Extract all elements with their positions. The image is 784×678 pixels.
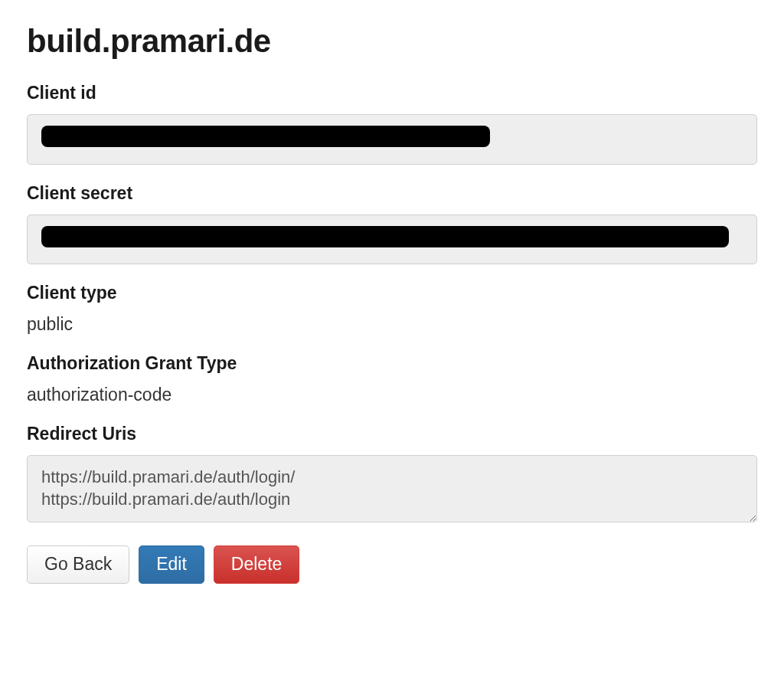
- button-row: Go Back Edit Delete: [27, 545, 757, 584]
- page-title: build.pramari.de: [27, 23, 757, 60]
- go-back-button[interactable]: Go Back: [27, 545, 129, 584]
- grant-type-value: authorization-code: [27, 385, 757, 405]
- grant-type-label: Authorization Grant Type: [27, 353, 757, 374]
- client-secret-label: Client secret: [27, 183, 757, 204]
- redirect-uris-value[interactable]: https://build.pramari.de/auth/login/ htt…: [27, 455, 757, 522]
- client-id-group: Client id: [27, 83, 757, 165]
- client-id-value: [27, 114, 757, 165]
- client-secret-value: [27, 215, 757, 265]
- redaction-bar: [41, 126, 490, 147]
- delete-button[interactable]: Delete: [214, 545, 299, 584]
- client-id-label: Client id: [27, 83, 757, 103]
- edit-button[interactable]: Edit: [139, 545, 204, 584]
- client-type-value: public: [27, 314, 757, 335]
- client-type-label: Client type: [27, 283, 757, 303]
- client-secret-group: Client secret: [27, 183, 757, 265]
- redirect-uris-label: Redirect Uris: [27, 424, 757, 444]
- client-type-group: Client type public: [27, 283, 757, 335]
- redaction-bar: [41, 226, 729, 247]
- redirect-uris-group: Redirect Uris https://build.pramari.de/a…: [27, 424, 757, 527]
- grant-type-group: Authorization Grant Type authorization-c…: [27, 353, 757, 405]
